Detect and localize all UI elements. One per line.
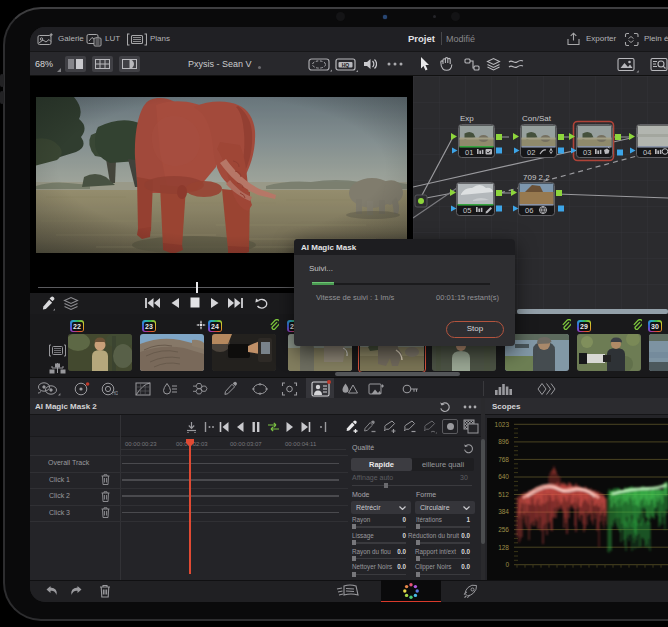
svg-text:640: 640 xyxy=(498,473,509,480)
svg-text:03: 03 xyxy=(583,148,591,157)
svg-text:768: 768 xyxy=(498,456,509,463)
svg-text:384: 384 xyxy=(498,508,509,515)
svg-text:02: 02 xyxy=(527,148,535,157)
svg-text:06: 06 xyxy=(525,206,533,215)
svg-text:Exp: Exp xyxy=(460,114,474,123)
svg-text:Con/Sat: Con/Sat xyxy=(522,114,552,123)
svg-text:04: 04 xyxy=(643,148,651,157)
svg-text:709 2.2: 709 2.2 xyxy=(523,173,550,182)
svg-text:HQ: HQ xyxy=(342,62,350,68)
svg-text:HDR: HDR xyxy=(112,391,118,396)
svg-text:128: 128 xyxy=(498,544,509,551)
svg-text:1023: 1023 xyxy=(495,421,510,428)
svg-text:256: 256 xyxy=(498,526,509,533)
svg-text:0: 0 xyxy=(505,561,509,568)
svg-text:896: 896 xyxy=(498,438,509,445)
svg-text:512: 512 xyxy=(498,491,509,498)
svg-text:05: 05 xyxy=(463,206,471,215)
svg-text:01: 01 xyxy=(465,148,473,157)
